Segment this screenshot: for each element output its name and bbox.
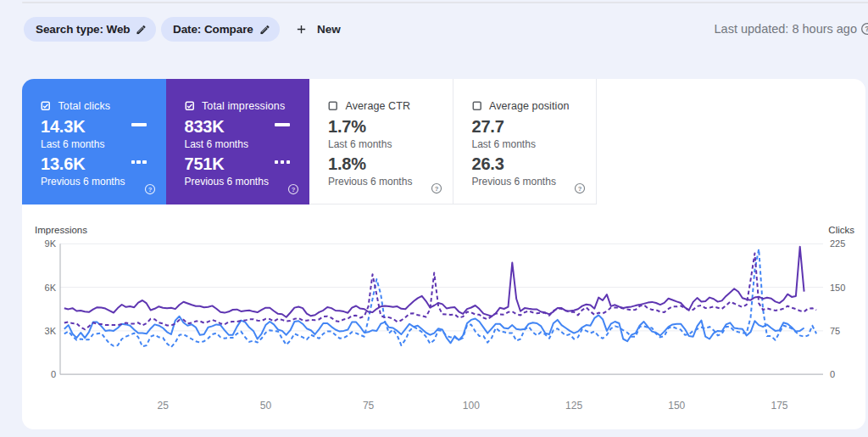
last-updated: Last updated: 8 hours ago ?: [715, 22, 868, 36]
metric-card-average-ctr[interactable]: Average CTR 1.7% Last 6 months 1.8% Prev…: [309, 79, 453, 204]
left-axis-tick: 9K: [22, 238, 56, 249]
right-axis-tick: 0: [830, 369, 835, 379]
right-axis-tick: 150: [830, 283, 845, 293]
checkbox-checked-icon[interactable]: [185, 101, 195, 111]
x-axis-tick: 125: [557, 400, 591, 412]
dashed-line-indicator: [275, 160, 290, 164]
edit-pencil-icon: [259, 24, 270, 35]
metric-current-value: 14.3K: [41, 117, 85, 137]
checkbox-unchecked-icon[interactable]: [472, 101, 482, 111]
metric-card-total-clicks[interactable]: Total clicks 14.3K Last 6 months 13.6K P…: [22, 79, 166, 204]
left-axis-title: Impressions: [35, 225, 87, 235]
search-type-chip[interactable]: Search type: Web: [24, 17, 156, 42]
metric-previous-caption: Previous 6 months: [185, 176, 269, 188]
metric-help-icon[interactable]: ?: [574, 182, 586, 194]
search-console-performance-page: {"page":{"background":"#eff2fb","panel_c…: [0, 0, 868, 437]
last-updated-text: Last updated: 8 hours ago: [715, 22, 858, 36]
dashed-line-indicator: [131, 160, 147, 164]
metric-label: Average position: [489, 100, 570, 112]
checkbox-checked-icon[interactable]: [41, 101, 51, 111]
left-axis-tick: 0: [22, 369, 56, 379]
metric-current-value: 1.7%: [328, 117, 366, 137]
metric-label: Total clicks: [58, 100, 111, 112]
right-axis-tick: 75: [830, 326, 840, 336]
metric-card-total-impressions[interactable]: Total impressions 833K Last 6 months 751…: [166, 79, 310, 204]
date-compare-chip[interactable]: Date: Compare: [161, 17, 280, 42]
help-icon[interactable]: ?: [860, 22, 868, 36]
metric-previous-value: 1.8%: [328, 154, 366, 174]
date-compare-chip-label: Date: Compare: [173, 23, 253, 36]
metric-current-caption: Last 6 months: [185, 138, 248, 150]
metric-current-value: 833K: [185, 117, 225, 137]
svg-text:?: ?: [147, 186, 152, 193]
metric-cards-row: Total clicks 14.3K Last 6 months 13.6K P…: [22, 79, 597, 204]
plus-icon: [295, 23, 308, 36]
svg-text:?: ?: [434, 185, 438, 193]
search-type-chip-label: Search type: Web: [36, 23, 130, 36]
metric-label: Average CTR: [346, 100, 411, 112]
right-axis-title: Clicks: [828, 225, 854, 235]
svg-text:?: ?: [292, 186, 296, 193]
x-axis-tick: 150: [659, 400, 693, 412]
metric-previous-value: 751K: [185, 154, 225, 174]
right-axis-tick: 225: [830, 238, 845, 249]
x-axis-tick: 50: [248, 400, 282, 412]
svg-text:?: ?: [865, 25, 868, 33]
metric-help-icon[interactable]: ?: [144, 183, 156, 195]
edit-pencil-icon: [136, 24, 147, 35]
x-axis-tick: 100: [454, 400, 488, 412]
x-axis-tick: 175: [762, 400, 796, 412]
performance-panel: Total clicks 14.3K Last 6 months 13.6K P…: [22, 79, 865, 429]
top-divider: [22, 2, 868, 3]
metric-current-caption: Last 6 months: [328, 138, 392, 150]
metric-previous-caption: Previous 6 months: [328, 176, 412, 188]
solid-line-indicator: [275, 123, 290, 126]
metric-previous-caption: Previous 6 months: [472, 176, 556, 188]
metric-label: Total impressions: [202, 100, 285, 112]
x-axis-tick: 75: [352, 400, 386, 412]
left-axis-tick: 6K: [22, 283, 56, 293]
metric-previous-value: 13.6K: [41, 154, 85, 174]
solid-line-indicator: [131, 123, 147, 126]
metric-current-caption: Last 6 months: [41, 138, 104, 150]
metric-current-value: 27.7: [472, 117, 504, 137]
metric-card-average-position[interactable]: Average position 27.7 Last 6 months 26.3…: [453, 79, 598, 204]
metric-previous-caption: Previous 6 months: [41, 176, 125, 188]
new-filter-label: New: [317, 23, 341, 36]
checkbox-unchecked-icon[interactable]: [328, 101, 338, 111]
metric-help-icon[interactable]: ?: [431, 182, 442, 194]
metric-previous-value: 26.3: [472, 154, 504, 174]
new-filter-button[interactable]: New: [288, 15, 348, 42]
metric-help-icon[interactable]: ?: [287, 183, 299, 195]
left-axis-tick: 3K: [22, 326, 56, 336]
svg-text:?: ?: [578, 185, 582, 193]
metric-current-caption: Last 6 months: [472, 138, 536, 150]
x-axis-tick: 25: [146, 400, 180, 412]
